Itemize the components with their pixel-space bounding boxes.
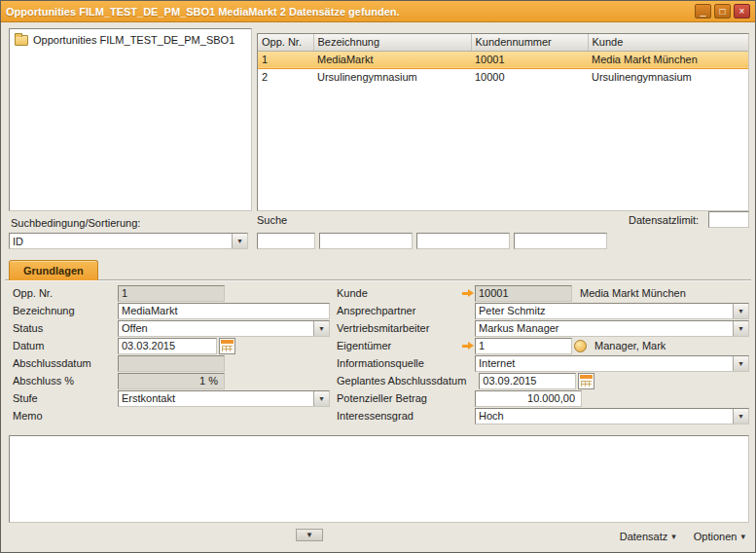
- table-row[interactable]: 1 MediaMarkt 10001 Media Markt München: [258, 51, 748, 68]
- memo-label: Memo: [13, 410, 118, 422]
- search-input-3[interactable]: [416, 233, 510, 249]
- ansprechpartner-combo-input[interactable]: [476, 304, 733, 318]
- person-icon[interactable]: [574, 340, 587, 352]
- chevron-down-icon: ▼: [738, 413, 744, 420]
- calendar-icon[interactable]: [578, 373, 594, 389]
- eigentuemer-field[interactable]: [475, 338, 572, 354]
- kunde-label: Kunde: [337, 287, 462, 299]
- abschluss-prozent-label: Abschluss %: [13, 375, 118, 387]
- vertriebsmitarbeiter-label: Vertriebsmitarbeiter: [337, 322, 462, 334]
- form-row-bezeichnung: Bezeichnung: [13, 302, 334, 319]
- form-row-ansprechpartner: Ansprechpartner ▼: [337, 302, 751, 319]
- results-panel: Opp. Nr. Bezeichnung Kundennummer Kunde …: [257, 33, 749, 211]
- search-input-2[interactable]: [319, 233, 413, 249]
- search-input-4[interactable]: [514, 233, 607, 249]
- informationsquelle-label: Informationsquelle: [337, 357, 462, 369]
- memo-textarea[interactable]: [9, 435, 749, 523]
- form-row-stufe: Stufe ▼: [13, 389, 334, 407]
- footer-menus: Datensatz ▾ Optionen ▾: [620, 531, 745, 542]
- optionen-menu[interactable]: Optionen ▾: [694, 531, 745, 542]
- stufe-combo: ▼: [118, 390, 330, 407]
- column-header-bezeichnung[interactable]: Bezeichnung: [313, 34, 471, 51]
- interessensgrad-combo: ▼: [475, 408, 749, 424]
- interessensgrad-combo-input[interactable]: [476, 409, 733, 424]
- form-column-right: Kunde Media Markt München Ansprechpartne…: [337, 284, 751, 424]
- datum-field[interactable]: [118, 338, 217, 354]
- cell-kunde: Ursulinengymnasium: [588, 68, 748, 86]
- folder-icon: [15, 35, 28, 46]
- interessensgrad-combo-button[interactable]: ▼: [733, 409, 748, 424]
- form-row-memo: Memo: [13, 407, 334, 424]
- form-row-status: Status ▼: [13, 319, 334, 337]
- eigentuemer-name-text: Manager, Mark: [594, 340, 666, 351]
- tree-item-label: Opportunities FILM_TEST_DE_PM_SBO1: [33, 34, 234, 46]
- form-column-left: Opp. Nr. Bezeichnung Status ▼ Datum Absc…: [13, 284, 334, 424]
- potenzieller-betrag-field[interactable]: [475, 390, 582, 407]
- record-limit-input[interactable]: [708, 211, 749, 228]
- window-controls: _ □ ×: [695, 4, 750, 18]
- table-header-row: Opp. Nr. Bezeichnung Kundennummer Kunde: [258, 34, 748, 51]
- cell-opp-nr: 1: [258, 51, 313, 68]
- informationsquelle-combo: ▼: [475, 355, 749, 372]
- tab-divider: [5, 279, 751, 281]
- optionen-menu-label: Optionen: [694, 531, 738, 542]
- form-row-eigentuemer: Eigentümer Manager, Mark: [337, 337, 751, 354]
- window-title: Opportunities FILM_TEST_DE_PM_SBO1 Media…: [6, 6, 695, 18]
- form-row-opp-nr: Opp. Nr.: [13, 284, 334, 302]
- status-combo-button[interactable]: ▼: [313, 321, 329, 336]
- sort-combo: ▼: [9, 233, 248, 249]
- column-header-opp-nr[interactable]: Opp. Nr.: [258, 34, 313, 51]
- cell-bezeichnung: Ursulinengymnasium: [313, 68, 471, 86]
- collapse-arrow-icon: ▼: [306, 531, 313, 539]
- minimize-button[interactable]: _: [695, 4, 711, 18]
- bezeichnung-label: Bezeichnung: [13, 305, 118, 316]
- tree-item-opportunities[interactable]: Opportunities FILM_TEST_DE_PM_SBO1: [10, 29, 251, 50]
- link-arrow-icon[interactable]: [462, 341, 475, 351]
- sort-combo-button[interactable]: ▼: [232, 234, 247, 248]
- form-row-kunde: Kunde Media Markt München: [337, 284, 751, 302]
- ansprechpartner-combo: ▼: [475, 303, 749, 319]
- stufe-combo-input[interactable]: [119, 391, 313, 406]
- kunde-field: [475, 285, 572, 302]
- vertriebsmitarbeiter-combo: ▼: [475, 320, 749, 337]
- form-row-potenzieller-betrag: Potenzieller Betrag: [337, 389, 751, 407]
- search-input-1[interactable]: [257, 233, 315, 249]
- informationsquelle-combo-button[interactable]: ▼: [733, 356, 748, 371]
- opp-nr-field: [118, 285, 225, 302]
- vertriebsmitarbeiter-combo-input[interactable]: [476, 321, 733, 336]
- eigentuemer-label: Eigentümer: [337, 340, 462, 351]
- collapse-button[interactable]: ▼: [296, 529, 323, 541]
- form-row-datum: Datum: [13, 337, 334, 354]
- form-row-abschlussdatum: Abschlussdatum: [13, 354, 334, 372]
- maximize-button[interactable]: □: [714, 4, 731, 18]
- vertriebsmitarbeiter-combo-button[interactable]: ▼: [733, 321, 748, 336]
- calendar-icon[interactable]: [219, 338, 235, 354]
- chevron-down-icon: ▼: [318, 395, 325, 402]
- datensatz-menu[interactable]: Datensatz ▾: [620, 531, 676, 542]
- opp-nr-label: Opp. Nr.: [13, 287, 118, 299]
- link-arrow-icon[interactable]: [462, 288, 475, 299]
- informationsquelle-combo-input[interactable]: [476, 356, 733, 371]
- ansprechpartner-label: Ansprechpartner: [337, 305, 462, 316]
- status-combo-input[interactable]: [119, 321, 313, 336]
- datensatz-menu-label: Datensatz: [620, 531, 668, 542]
- column-header-kunde[interactable]: Kunde: [588, 34, 748, 51]
- geplantes-abschlussdatum-field[interactable]: [479, 373, 576, 389]
- column-header-kundennummer[interactable]: Kundennummer: [471, 34, 588, 51]
- chevron-down-icon: ▼: [318, 325, 325, 332]
- close-button[interactable]: ×: [734, 4, 750, 18]
- abschlussdatum-field: [118, 355, 225, 372]
- chevron-down-icon: ▼: [236, 238, 243, 244]
- stufe-combo-button[interactable]: ▼: [313, 391, 329, 406]
- chevron-down-icon: ▾: [671, 532, 676, 541]
- sort-combo-input[interactable]: [10, 234, 232, 248]
- chevron-down-icon: ▼: [738, 325, 744, 332]
- bezeichnung-field[interactable]: [118, 303, 330, 319]
- table-row[interactable]: 2 Ursulinengymnasium 10000 Ursulinengymn…: [258, 68, 748, 86]
- ansprechpartner-combo-button[interactable]: ▼: [733, 304, 748, 318]
- form-row-geplantes-abschlussdatum: Geplantes Abschlussdatum: [337, 372, 751, 389]
- potenzieller-betrag-label: Potenzieller Betrag: [337, 392, 462, 404]
- tab-grundlagen[interactable]: Grundlagen: [9, 260, 98, 280]
- status-combo: ▼: [118, 320, 330, 337]
- cell-kundennummer: 10001: [471, 51, 588, 68]
